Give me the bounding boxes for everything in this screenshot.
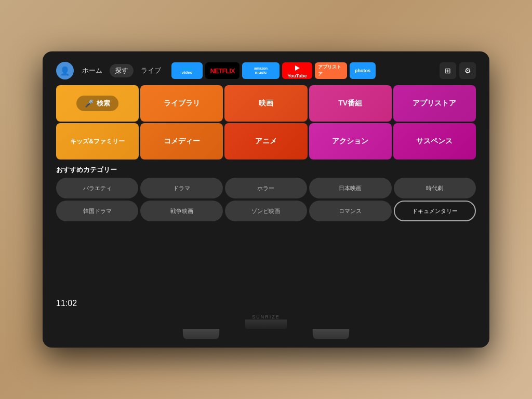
clock-time: 11:02 (56, 299, 77, 308)
clock-display: 11:02 (56, 299, 77, 308)
user-icon: 👤 (60, 66, 70, 76)
settings-icon: ⚙ (464, 66, 471, 75)
app-amazon-music[interactable]: amazon music (242, 62, 280, 79)
settings-button[interactable]: ⚙ (459, 62, 476, 79)
suspense-label: サスペンス (416, 137, 453, 146)
recommended-title: おすすめカテゴリー (56, 165, 476, 175)
appstore2-label: アプリストア (413, 99, 456, 108)
app-photos[interactable]: photos (350, 62, 376, 79)
app-netflix[interactable]: NETFLIX (205, 62, 240, 79)
grid-anime[interactable]: アニメ (224, 123, 307, 159)
tv-neck (245, 320, 287, 329)
grid-search[interactable]: 🎤 検索 (56, 85, 139, 122)
search-button[interactable]: 🎤 検索 (76, 96, 118, 111)
youtube-label: YouTube (287, 73, 307, 78)
grid-kids[interactable]: キッズ&ファミリー (56, 123, 139, 159)
nav-home[interactable]: ホーム (77, 64, 108, 77)
app-icons-bar: prime video NETFLIX amazon music (171, 62, 436, 79)
action-label: アクション (332, 137, 368, 146)
nav-right-controls: ⊞ ⚙ (440, 62, 476, 79)
appstore-label: アプリストア (318, 64, 344, 77)
tv-foot-left (183, 329, 220, 339)
grid-movies[interactable]: 映画 (224, 85, 307, 122)
grid-suspense[interactable]: サスペンス (393, 123, 476, 159)
nav-items: ホーム 探す ライブ (77, 64, 166, 77)
nav-live[interactable]: ライブ (136, 64, 166, 77)
grid-icon: ⊞ (445, 66, 451, 75)
rec-jidaigeki[interactable]: 時代劇 (394, 178, 476, 198)
rec-romance[interactable]: ロマンス (309, 201, 391, 221)
youtube-icon (292, 63, 302, 73)
main-category-grid: 🎤 検索 ライブラリ 映画 TV番組 アプリストア (49, 84, 483, 161)
search-label: 検索 (97, 99, 110, 108)
rec-variety[interactable]: バラエティ (56, 178, 138, 198)
rec-documentary[interactable]: ドキュメンタリー (394, 201, 476, 221)
screen-content: 👤 ホーム 探す ライブ prime video NETFLIX (49, 58, 483, 312)
youtube-play-icon (295, 65, 300, 71)
grid-appstore[interactable]: アプリストア (393, 85, 476, 122)
grid-comedy[interactable]: コメディー (140, 123, 223, 159)
movies-label: 映画 (259, 99, 273, 108)
recommended-section: おすすめカテゴリー バラエティ ドラマ ホラー 日本映画 (49, 161, 483, 225)
rec-korean-drama[interactable]: 韓国ドラマ (56, 201, 138, 221)
rec-horror[interactable]: ホラー (225, 178, 307, 198)
library-label: ライブラリ (164, 99, 200, 108)
app-youtube[interactable]: YouTube (282, 62, 312, 79)
rec-japanese-film[interactable]: 日本映画 (309, 178, 391, 198)
anime-label: アニメ (255, 137, 277, 146)
nav-bar: 👤 ホーム 探す ライブ prime video NETFLIX (49, 58, 483, 84)
grid-tv[interactable]: TV番組 (309, 85, 392, 122)
rec-drama[interactable]: ドラマ (140, 178, 222, 198)
app-prime-video[interactable]: prime video (171, 62, 203, 79)
comedy-label: コメディー (164, 137, 200, 146)
tv-screen: 👤 ホーム 探す ライブ prime video NETFLIX (49, 58, 483, 312)
recommended-row1: バラエティ ドラマ ホラー 日本映画 時代劇 (56, 178, 476, 198)
grid-library[interactable]: ライブラリ (140, 85, 223, 122)
user-avatar[interactable]: 👤 (56, 62, 74, 79)
kids-label: キッズ&ファミリー (70, 137, 125, 146)
tv-label: TV番組 (338, 99, 362, 108)
netflix-label: NETFLIX (210, 67, 234, 75)
tv-stand: SUNRIZE (49, 312, 483, 339)
recommended-row2: 韓国ドラマ 戦争映画 ゾンビ映画 ロマンス ドキュメンタリー (56, 201, 476, 221)
nav-search[interactable]: 探す (110, 64, 134, 77)
grid-action[interactable]: アクション (309, 123, 392, 159)
tv-feet (183, 329, 349, 339)
mic-icon: 🎤 (85, 99, 94, 108)
rec-zombie-film[interactable]: ゾンビ映画 (225, 201, 307, 221)
tv-brand: SUNRIZE (252, 314, 280, 320)
tv-frame: 👤 ホーム 探す ライブ prime video NETFLIX (43, 51, 489, 348)
rec-war-film[interactable]: 戦争映画 (140, 201, 222, 221)
tv-foot-right (313, 329, 350, 339)
grid-button[interactable]: ⊞ (440, 62, 456, 79)
app-appstore[interactable]: アプリストア (315, 62, 347, 79)
photos-label: photos (355, 68, 370, 73)
